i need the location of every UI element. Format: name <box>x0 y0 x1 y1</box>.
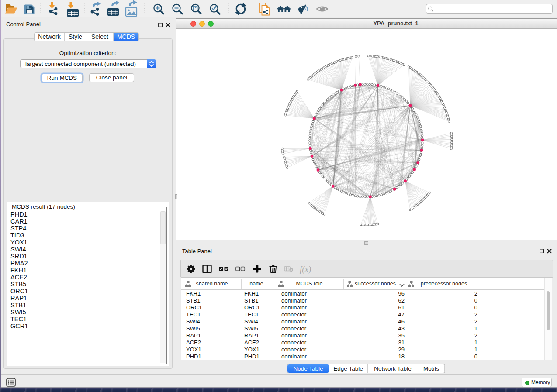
svg-text:f(x): f(x) <box>300 265 311 274</box>
